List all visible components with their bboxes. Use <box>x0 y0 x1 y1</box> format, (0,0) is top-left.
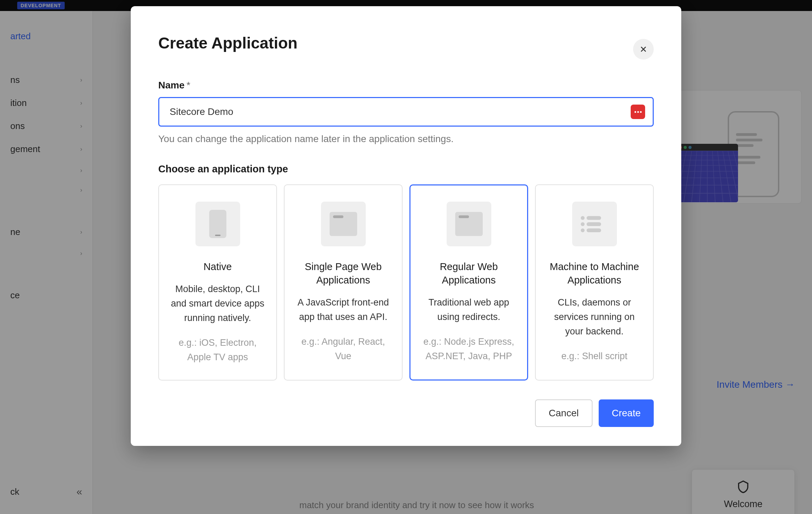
type-example: e.g.: Angular, React, Vue <box>294 335 392 364</box>
type-title: Single Page Web Applications <box>294 260 392 287</box>
create-application-modal: Create Application Name * You can change… <box>131 6 681 446</box>
close-button[interactable] <box>633 39 654 60</box>
name-hint: You can change the application name late… <box>158 133 654 144</box>
cancel-button[interactable]: Cancel <box>535 399 592 427</box>
type-card-regular-web[interactable]: Regular Web Applications Traditional web… <box>409 184 528 381</box>
type-title: Native <box>169 260 267 274</box>
application-type-grid: Native Mobile, desktop, CLI and smart de… <box>158 184 654 381</box>
type-example: e.g.: Node.js Express, ASP.NET, Java, PH… <box>420 335 518 364</box>
type-card-spa[interactable]: Single Page Web Applications A JavaScrip… <box>284 184 403 381</box>
type-desc: Traditional web app using redirects. <box>420 296 518 324</box>
name-label: Name <box>158 80 184 91</box>
create-button[interactable]: Create <box>599 399 654 427</box>
type-desc: Mobile, desktop, CLI and smart device ap… <box>169 282 267 325</box>
type-title: Regular Web Applications <box>420 260 518 287</box>
type-section-label: Choose an application type <box>158 163 654 175</box>
spa-icon <box>321 202 366 246</box>
type-desc: A JavaScript front-end app that uses an … <box>294 296 392 324</box>
name-input[interactable] <box>158 97 654 127</box>
type-title: Machine to Machine Applications <box>545 260 643 287</box>
m2m-icon <box>572 202 617 246</box>
type-card-m2m[interactable]: Machine to Machine Applications CLIs, da… <box>535 184 654 381</box>
type-example: e.g.: Shell script <box>545 349 643 364</box>
close-icon <box>640 46 647 53</box>
type-desc: CLIs, daemons or services running on you… <box>545 296 643 339</box>
modal-title: Create Application <box>158 34 654 52</box>
type-card-native[interactable]: Native Mobile, desktop, CLI and smart de… <box>158 184 277 381</box>
type-example: e.g.: iOS, Electron, Apple TV apps <box>169 336 267 365</box>
required-indicator: * <box>186 80 190 91</box>
native-icon <box>195 202 240 246</box>
web-icon <box>447 202 491 246</box>
modal-footer: Cancel Create <box>158 399 654 427</box>
password-manager-icon[interactable] <box>631 105 645 119</box>
